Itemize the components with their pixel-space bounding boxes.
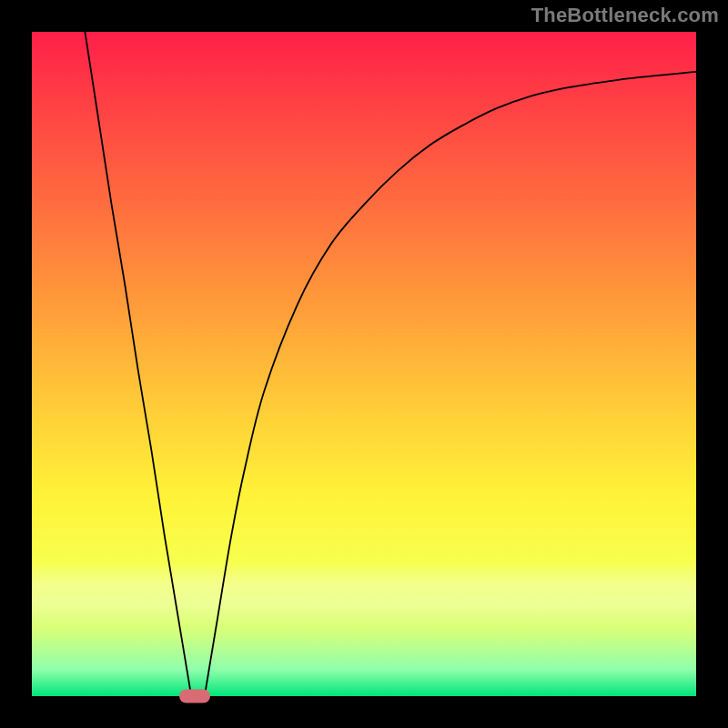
pale-band <box>32 561 696 627</box>
watermark-text: TheBottleneck.com <box>531 4 719 27</box>
curve-svg <box>32 32 696 696</box>
chart-frame: TheBottleneck.com <box>0 0 728 728</box>
min-marker <box>179 690 210 703</box>
curve-path <box>85 32 696 696</box>
plot-area <box>32 32 696 696</box>
